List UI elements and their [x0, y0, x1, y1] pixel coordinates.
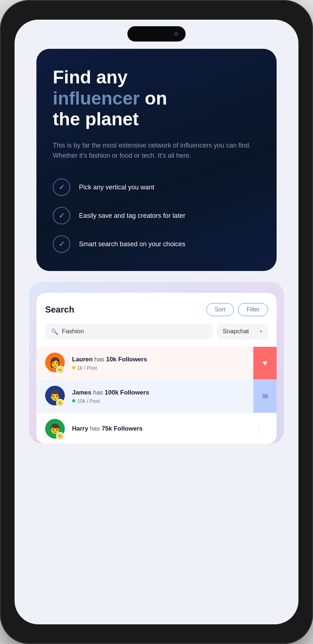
feature-list: ✓ Pick any vertical you want ✓ Easily sa…	[53, 178, 260, 253]
dot-green-james	[72, 399, 75, 402]
result-name-line-james: James has 100k Followers	[72, 389, 252, 396]
snapchat-badge-james: 👻	[56, 399, 64, 407]
result-has-harry: has	[90, 425, 102, 432]
check-circle-2: ✓	[53, 207, 70, 224]
title-line1: Find any	[53, 67, 128, 87]
snapchat-badge-harry: 👻	[56, 432, 64, 440]
result-row-harry[interactable]: 👦 👻 Harry has 75k Followers ⋮	[45, 413, 268, 444]
search-input-wrap[interactable]: 🔍 Fashion	[45, 323, 213, 339]
feature-text-2: Easily save and tag creators for later	[79, 212, 185, 220]
title-on: on	[145, 88, 167, 109]
result-name-james: James	[72, 389, 91, 396]
check-circle-3: ✓	[53, 235, 70, 253]
hero-title: Find any influencer on the planet	[53, 67, 260, 130]
dot-yellow-lauren	[72, 366, 75, 369]
result-info-james: James has 100k Followers 10k / Post	[72, 389, 252, 404]
result-row-james[interactable]: 👨 👻 James has 100k Followers	[36, 380, 277, 413]
result-followers-harry: 75k Followers	[102, 425, 142, 432]
header-buttons: Sort Filter	[206, 303, 268, 316]
search-panel-title: Search	[45, 305, 74, 315]
title-highlight: influencer	[53, 88, 140, 109]
chevron-down-icon: ▾	[260, 329, 262, 334]
filter-button[interactable]: Filter	[238, 303, 268, 316]
camera-dot	[174, 32, 178, 36]
result-followers-lauren: 10k Followers	[106, 356, 147, 363]
checkmark-icon-2: ✓	[59, 211, 65, 220]
feature-item-1: ✓ Pick any vertical you want	[53, 178, 260, 196]
result-name-lauren: Lauren	[72, 356, 93, 363]
phone-screen: Find any influencer on the planet This i…	[15, 20, 298, 624]
result-sub-james: 10k / Post	[72, 398, 252, 404]
result-price-james: 10k / Post	[77, 398, 100, 404]
avatar-lauren: 👩 👻	[45, 353, 66, 374]
snapchat-badge-lauren: 👻	[56, 366, 64, 374]
result-info-harry: Harry has 75k Followers	[72, 425, 252, 434]
checkmark-icon-3: ✓	[59, 240, 65, 248]
sort-button[interactable]: Sort	[206, 303, 234, 316]
feature-text-3: Smart search based on your choices	[79, 240, 185, 248]
title-line3: the planet	[53, 109, 139, 129]
search-bar: 🔍 Fashion Snapchat ▾	[45, 323, 268, 339]
result-row-lauren[interactable]: 👩 👻 Lauren has 10k Followers	[36, 347, 277, 380]
heart-icon-lauren: ♥	[262, 358, 267, 368]
result-name-line-lauren: Lauren has 10k Followers	[72, 356, 252, 363]
avatar-james: 👨 👻	[45, 386, 66, 407]
feature-text-1: Pick any vertical you want	[79, 184, 154, 191]
result-has-lauren: has	[94, 356, 106, 363]
checkmark-icon-1: ✓	[59, 183, 65, 192]
dynamic-island	[127, 26, 186, 42]
phone-device: Find any influencer on the planet This i…	[0, 0, 313, 644]
hero-card: Find any influencer on the planet This i…	[36, 49, 277, 271]
search-icon: 🔍	[51, 328, 58, 335]
platform-select[interactable]: Snapchat ▾	[217, 323, 268, 339]
result-sub-lauren: 1k / Post	[72, 365, 252, 371]
search-panel-wrapper: Search Sort Filter 🔍 Fashion Snapchat ▾	[29, 282, 284, 444]
feature-item-2: ✓ Easily save and tag creators for later	[53, 207, 260, 224]
result-followers-james: 100k Followers	[105, 389, 149, 396]
platform-value: Snapchat	[223, 328, 249, 335]
search-header: Search Sort Filter	[45, 303, 268, 316]
result-name-harry: Harry	[72, 425, 88, 432]
avatar-harry: 👦 👻	[45, 419, 66, 440]
result-name-line-harry: Harry has 75k Followers	[72, 425, 252, 432]
search-card: Search Sort Filter 🔍 Fashion Snapchat ▾	[36, 293, 277, 444]
result-has-james: has	[93, 389, 105, 396]
result-price-lauren: 1k / Post	[77, 365, 97, 371]
result-info-lauren: Lauren has 10k Followers 1k / Post	[72, 356, 252, 371]
feature-item-3: ✓ Smart search based on your choices	[53, 235, 260, 253]
heart-action-lauren[interactable]: ♥	[253, 347, 277, 380]
mail-action-james[interactable]: ✉	[253, 380, 277, 413]
check-circle-1: ✓	[53, 178, 70, 196]
search-input-value: Fashion	[62, 328, 84, 335]
mail-icon-james: ✉	[262, 392, 268, 401]
hero-subtitle: This is by far the most extensive networ…	[53, 140, 260, 161]
more-options-harry[interactable]: ⋮	[252, 422, 265, 437]
